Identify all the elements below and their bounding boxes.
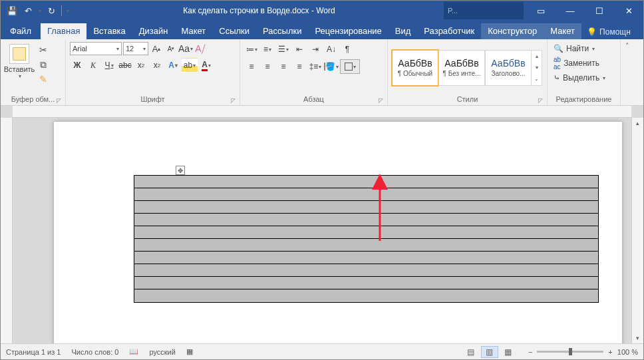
tab-table-design[interactable]: Конструктор (481, 23, 544, 39)
tell-me[interactable]: 💡Помощн (581, 25, 636, 39)
qat-customize-icon[interactable]: ▾ (66, 8, 69, 14)
font-color-icon[interactable]: A▾ (199, 58, 214, 73)
show-marks-icon[interactable]: ¶ (340, 42, 355, 57)
format-painter-icon[interactable]: ✎ (37, 73, 50, 86)
style-no-spacing[interactable]: АаБбВв ¶ Без инте... (438, 50, 485, 86)
table-row[interactable] (134, 226, 598, 239)
font-launcher-icon[interactable]: ◸ (231, 97, 236, 104)
zoom-out-icon[interactable]: − (528, 347, 533, 357)
tab-review[interactable]: Рецензирование (308, 23, 388, 39)
underline-button[interactable]: Ч▾ (102, 58, 116, 73)
close-icon[interactable]: ✕ (614, 1, 643, 21)
text-effects-icon[interactable]: A▾ (166, 58, 180, 73)
style-heading1[interactable]: АаБбВв Заголово... (485, 50, 532, 86)
zoom-slider[interactable] (537, 351, 603, 353)
tab-file[interactable]: Файл (1, 23, 41, 39)
vertical-ruler[interactable] (1, 118, 13, 343)
tab-design[interactable]: Дизайн (132, 23, 175, 39)
account-area[interactable]: P... (444, 2, 524, 19)
table-row[interactable] (134, 239, 598, 252)
table-row[interactable] (134, 277, 598, 289)
ribbon-options-icon[interactable]: ▭ (526, 1, 556, 21)
multilevel-icon[interactable]: ☰▾ (276, 42, 291, 57)
zoom-value[interactable]: 100 % (617, 348, 638, 356)
tab-table-layout[interactable]: Макет (544, 23, 581, 39)
tab-home[interactable]: Главная (41, 23, 86, 39)
collapse-ribbon[interactable]: ˄ (621, 39, 634, 105)
table-row[interactable] (134, 252, 598, 264)
tab-references[interactable]: Ссылки (212, 23, 256, 39)
numbering-icon[interactable]: ≡▾ (260, 42, 275, 57)
table-row[interactable] (134, 201, 598, 214)
tab-developer[interactable]: Разработчик (417, 23, 481, 39)
scroll-up-icon[interactable]: ▴ (636, 118, 639, 128)
align-right-icon[interactable]: ≡ (276, 59, 291, 74)
clear-format-icon[interactable]: A⧸ (194, 42, 207, 55)
group-styles: АаБбВв ¶ Обычный АаБбВв ¶ Без инте... Аа… (388, 39, 548, 105)
sort-icon[interactable]: A↓ (324, 42, 339, 57)
scroll-down-icon[interactable]: ▾ (636, 333, 639, 343)
tab-insert[interactable]: Вставка (86, 23, 132, 39)
subscript-button[interactable]: x2 (134, 58, 148, 73)
save-icon[interactable]: 💾 (6, 5, 18, 17)
styles-launcher-icon[interactable]: ◸ (538, 97, 543, 104)
line-spacing-icon[interactable]: ‡≡▾ (308, 59, 323, 74)
tab-mailings[interactable]: Рассылки (256, 23, 308, 39)
table-row[interactable] (134, 176, 598, 188)
find-button[interactable]: 🔍Найти▾ (552, 42, 597, 55)
paste-button[interactable]: Вставить ▾ (5, 43, 34, 80)
cut-icon[interactable]: ✂ (37, 43, 50, 57)
view-read-icon[interactable]: ▤ (462, 346, 480, 358)
superscript-button[interactable]: x2 (150, 58, 164, 73)
document-table[interactable] (134, 175, 599, 303)
spellcheck-icon[interactable]: 📖 (129, 347, 138, 356)
redo-icon[interactable]: ↻ (45, 5, 57, 17)
grow-font-icon[interactable]: A▴ (150, 42, 163, 55)
page[interactable]: ✥ (54, 122, 622, 343)
highlight-icon[interactable]: ab▾ (182, 58, 198, 73)
font-name-select[interactable]: Arial▾ (70, 42, 122, 55)
font-size-select[interactable]: 12▾ (123, 42, 148, 55)
undo-icon[interactable]: ↶ (22, 5, 34, 17)
increase-indent-icon[interactable]: ⇥ (308, 42, 323, 57)
share-button[interactable]: 👤 (636, 23, 644, 39)
tab-view[interactable]: Вид (389, 23, 418, 39)
tab-layout[interactable]: Макет (174, 23, 212, 39)
table-row[interactable] (134, 188, 598, 201)
status-language[interactable]: русский (149, 348, 175, 356)
table-row[interactable] (134, 264, 598, 277)
styles-gallery-more[interactable]: ▴▾⌄ (532, 50, 542, 86)
decrease-indent-icon[interactable]: ⇤ (292, 42, 307, 57)
macro-icon[interactable]: ▦ (186, 347, 193, 356)
bold-button[interactable]: Ж (70, 58, 84, 73)
justify-icon[interactable]: ≡ (292, 59, 307, 74)
italic-button[interactable]: К (86, 58, 100, 73)
select-button[interactable]: ⤷Выделить▾ (552, 71, 607, 85)
zoom-in-icon[interactable]: + (607, 347, 613, 357)
clipboard-launcher-icon[interactable]: ◸ (57, 97, 61, 104)
copy-icon[interactable]: ⧉ (37, 58, 50, 71)
view-web-icon[interactable]: ▦ (500, 346, 517, 358)
shading-icon[interactable]: 🪣▾ (324, 59, 339, 74)
shrink-font-icon[interactable]: A▾ (164, 42, 178, 55)
horizontal-ruler[interactable] (13, 106, 631, 118)
bullets-icon[interactable]: ≔▾ (244, 42, 259, 57)
table-row[interactable] (134, 289, 598, 302)
align-center-icon[interactable]: ≡ (260, 59, 275, 74)
status-word-count[interactable]: Число слов: 0 (71, 348, 118, 356)
replace-button[interactable]: abacЗаменить (552, 57, 601, 70)
minimize-icon[interactable]: — (556, 1, 585, 21)
vertical-scrollbar[interactable]: ▴ ▾ (631, 118, 643, 343)
undo-dropdown[interactable]: ▾ (38, 8, 41, 14)
strike-button[interactable]: abc (118, 58, 132, 73)
change-case-icon[interactable]: Aa▾ (179, 42, 192, 55)
status-page[interactable]: Страница 1 из 1 (6, 348, 61, 356)
borders-button[interactable]: ▾ (340, 59, 360, 74)
view-print-icon[interactable]: ▥ (481, 346, 498, 358)
table-row[interactable] (134, 214, 598, 226)
maximize-icon[interactable]: ☐ (585, 1, 614, 21)
table-move-handle-icon[interactable]: ✥ (176, 166, 185, 175)
align-left-icon[interactable]: ≡ (244, 59, 259, 74)
paragraph-launcher-icon[interactable]: ◸ (379, 97, 383, 104)
style-normal[interactable]: АаБбВв ¶ Обычный (392, 50, 438, 86)
